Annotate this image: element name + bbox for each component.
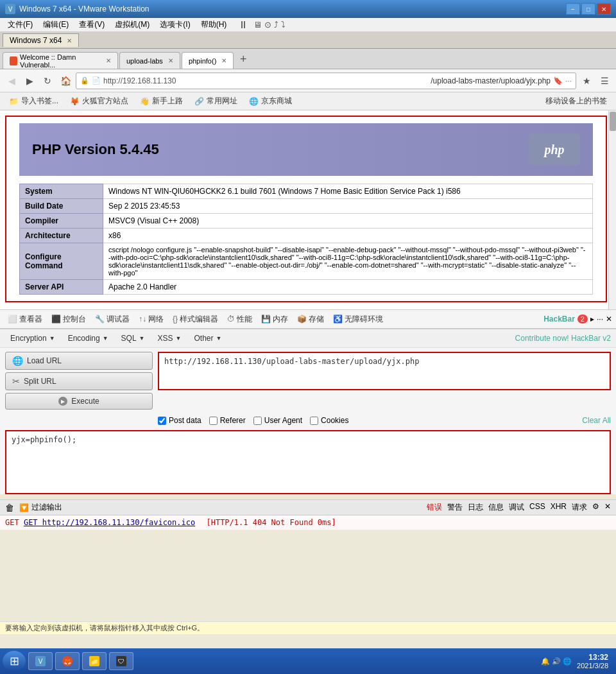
encoding-dropdown-icon: ▼ xyxy=(103,335,108,341)
taskbar-item-firefox[interactable]: 🦊 xyxy=(55,652,80,670)
vm-tab-label: Windows 7 x64 xyxy=(10,36,62,45)
other-dropdown-icon: ▼ xyxy=(216,335,221,341)
cookies-checkbox-item[interactable]: Cookies xyxy=(310,416,348,425)
console-trash-icon[interactable]: 🗑 xyxy=(5,503,14,513)
browser-chrome: Welcome :: Damn Vulnerabl... ✕ upload-la… xyxy=(0,49,616,110)
taskbar-item-security[interactable]: 🛡 xyxy=(109,652,133,670)
menu-file[interactable]: 文件(F) xyxy=(3,18,38,31)
menu-vm[interactable]: 虚拟机(M) xyxy=(110,18,155,31)
taskbar-right: 🔔 🔊 🌐 13:32 2021/3/28 xyxy=(536,653,613,670)
security-app-icon: 🛡 xyxy=(116,656,126,666)
browser-tab-2[interactable]: phpinfo() ✕ xyxy=(182,52,234,69)
reload-button[interactable]: ↻ xyxy=(40,73,55,89)
browser-tab-0[interactable]: Welcome :: Damn Vulnerabl... ✕ xyxy=(3,52,118,69)
load-url-icon: 🌐 xyxy=(12,356,23,366)
devtool-network[interactable]: ↑↓ 网络 xyxy=(135,313,167,326)
console-close-icon[interactable]: ✕ xyxy=(604,502,611,513)
browser-tab-close-0[interactable]: ✕ xyxy=(106,57,111,64)
forward-button[interactable]: ▶ xyxy=(22,73,37,89)
referer-checkbox-item[interactable]: Referer xyxy=(209,416,246,425)
bookmark-firefox[interactable]: 🦊 火狐官方站点 xyxy=(65,94,133,108)
clear-all-button[interactable]: Clear All xyxy=(582,416,611,425)
menu-view[interactable]: 查看(V) xyxy=(74,18,110,31)
taskbar-item-vmware[interactable]: V xyxy=(28,652,53,670)
bookmarks-bar: 📁 导入书签... 🦊 火狐官方站点 👋 新手上路 🔗 常用网址 🌐 京东商城 … xyxy=(0,92,616,110)
devtool-storage[interactable]: 📦 存储 xyxy=(293,313,328,326)
bookmark-import[interactable]: 📁 导入书签... xyxy=(4,94,64,108)
level-requests[interactable]: 请求 xyxy=(572,502,587,513)
bookmark-common[interactable]: 🔗 常用网址 xyxy=(189,94,243,108)
level-warn[interactable]: 警告 xyxy=(447,502,463,513)
address-bar[interactable]: 🔒 📄 http://192.168.11.130 /upload-labs-m… xyxy=(76,73,576,89)
maximize-button[interactable]: □ xyxy=(581,3,595,15)
row-value: Windows NT WIN-QIU60HGCKK2 6.1 build 760… xyxy=(103,184,593,199)
post-data-checkbox[interactable] xyxy=(158,417,166,425)
bookmark-newuser[interactable]: 👋 新手上路 xyxy=(135,94,188,108)
menu-edit[interactable]: 编辑(E) xyxy=(38,18,74,31)
post-data-checkbox-item[interactable]: Post data xyxy=(158,416,201,425)
browser-tab-bar: Welcome :: Damn Vulnerabl... ✕ upload-la… xyxy=(0,49,616,69)
settings-icon[interactable]: ⚙ xyxy=(592,502,599,513)
load-url-button[interactable]: 🌐 Load URL xyxy=(5,352,153,370)
home-button[interactable]: 🏠 xyxy=(58,73,73,89)
menu-help[interactable]: 帮助(H) xyxy=(196,18,232,31)
hackbar-other[interactable]: Other ▼ xyxy=(189,332,227,345)
cookies-label: Cookies xyxy=(321,416,348,425)
close-button[interactable]: ✕ xyxy=(597,3,611,15)
bookmark-mobile[interactable]: 移动设备上的书签 xyxy=(540,94,612,108)
devtool-network-label: 网络 xyxy=(148,314,164,325)
back-button[interactable]: ◀ xyxy=(4,73,19,89)
star-button[interactable]: ★ xyxy=(579,73,594,89)
taskbar-item-explorer[interactable]: 📁 xyxy=(82,652,107,670)
devtool-debugger[interactable]: 🔧 调试器 xyxy=(91,313,133,326)
user-agent-checkbox[interactable] xyxy=(253,417,262,425)
devtool-memory[interactable]: 💾 内存 xyxy=(257,313,292,326)
style-icon: {} xyxy=(173,315,178,324)
bookmark-jd[interactable]: 🌐 京东商城 xyxy=(244,94,297,108)
minimize-button[interactable]: − xyxy=(566,3,580,15)
vm-tab-close[interactable]: ✕ xyxy=(67,37,72,44)
browser-tab-close-2[interactable]: ✕ xyxy=(221,57,227,64)
hackbar-url-row: 🌐 Load URL ✂ Split URL ▶ Execute http://… xyxy=(0,348,616,413)
devtool-inspector[interactable]: ⬜ 查看器 xyxy=(4,313,46,326)
new-tab-button[interactable]: + xyxy=(235,51,252,67)
referer-checkbox[interactable] xyxy=(209,417,218,425)
browser-tab-close-1[interactable]: ✕ xyxy=(168,57,173,64)
menu-button[interactable]: ☰ xyxy=(597,73,612,89)
hackbar-xss[interactable]: XSS ▼ xyxy=(153,332,187,345)
hackbar: Encryption ▼ Encoding ▼ SQL ▼ XSS ▼ Othe… xyxy=(0,329,616,494)
devtool-perf[interactable]: ⏱ 性能 xyxy=(223,313,256,326)
devtools-right: HackBar 2 ▸ ··· ✕ xyxy=(543,315,612,324)
network-icon: ↑↓ xyxy=(139,315,146,324)
cookies-checkbox[interactable] xyxy=(310,417,318,425)
start-button[interactable]: ⊞ xyxy=(3,651,26,671)
hackbar-encoding[interactable]: Encoding ▼ xyxy=(63,332,114,345)
more-tools[interactable]: ··· xyxy=(597,315,603,324)
devtools-close[interactable]: ✕ xyxy=(606,315,612,324)
vm-tab[interactable]: Windows 7 x64 ✕ xyxy=(3,33,79,47)
level-debug[interactable]: 调试 xyxy=(509,502,524,513)
level-xhr[interactable]: XHR xyxy=(551,502,567,513)
bottom-notification: 要将输入定向到该虚拟机，请将鼠标指针移入其中或按 Ctrl+G。 xyxy=(0,621,616,634)
referer-label: Referer xyxy=(220,416,246,425)
devtool-accessibility[interactable]: ♿ 无障碍环境 xyxy=(329,313,387,326)
split-url-button[interactable]: ✂ Split URL xyxy=(5,372,153,390)
level-css[interactable]: CSS xyxy=(529,502,545,513)
hackbar-post-body[interactable]: yjx=phpinfo(); xyxy=(5,430,611,494)
hackbar-sql[interactable]: SQL ▼ xyxy=(116,332,150,345)
browser-tab-1[interactable]: upload-labs ✕ xyxy=(119,52,180,69)
level-info[interactable]: 信息 xyxy=(488,502,504,513)
console-icon: ⬛ xyxy=(51,315,61,324)
hackbar-encryption[interactable]: Encryption ▼ xyxy=(5,332,60,345)
devtool-style[interactable]: {} 样式编辑器 xyxy=(169,313,222,326)
hackbar-url-input[interactable]: http://192.168.11.130/upload-labs-master… xyxy=(158,352,611,390)
hackbar-contribute[interactable]: Contribute now! HackBar v2 xyxy=(515,334,611,343)
devtool-console[interactable]: ⬛ 控制台 xyxy=(47,313,90,326)
hackbar-version-text: HackBar v2 xyxy=(571,334,611,343)
scrollbar-vertical[interactable] xyxy=(608,110,616,309)
menu-tabs[interactable]: 选项卡(I) xyxy=(155,18,195,31)
user-agent-checkbox-item[interactable]: User Agent xyxy=(253,416,302,425)
level-error[interactable]: 错误 xyxy=(427,502,442,513)
level-log[interactable]: 日志 xyxy=(468,502,483,513)
execute-button[interactable]: ▶ Execute xyxy=(5,393,153,410)
